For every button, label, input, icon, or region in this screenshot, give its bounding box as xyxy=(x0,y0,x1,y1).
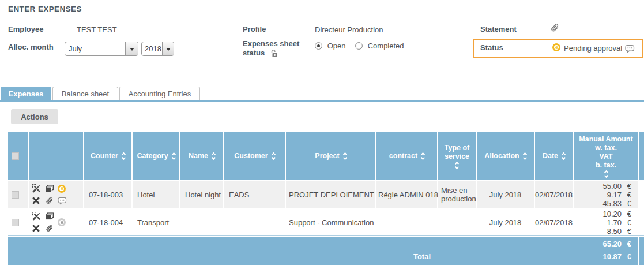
cell-date: 02/07/2018 xyxy=(535,210,573,235)
cell-amounts: 10.20€ 1.70€ 8.50€ xyxy=(574,210,638,235)
sort-icon[interactable] xyxy=(172,153,175,159)
header-project[interactable]: Project xyxy=(286,132,375,180)
status-value: Pending approval xyxy=(564,44,622,53)
comment-bubble-icon[interactable] xyxy=(58,197,67,205)
cell-customer: EADS xyxy=(224,181,285,208)
profile-label: Profile xyxy=(243,25,266,33)
header-actions-cell xyxy=(29,132,83,180)
cell-date: 02/07/2018 xyxy=(535,181,573,208)
month-select[interactable]: July xyxy=(65,42,138,56)
sort-icon[interactable] xyxy=(344,153,347,159)
year-select-arrow[interactable] xyxy=(162,42,174,55)
cell-project: PROJET DEPLOIEMENT xyxy=(286,181,375,208)
sort-icon[interactable] xyxy=(212,153,215,159)
cell-amounts: 55.00€ 9.17€ 45.83€ xyxy=(574,181,638,208)
alloc-month-label: Alloc. month xyxy=(8,43,54,51)
sort-icon[interactable] xyxy=(122,153,125,159)
cell-allocation: July 2018 xyxy=(477,181,534,208)
header-date[interactable]: Date xyxy=(535,132,573,180)
expenses-sheet-status-label: Expenses sheet status xyxy=(243,39,300,58)
select-all-checkbox[interactable] xyxy=(12,152,19,160)
header-select-all-cell xyxy=(8,132,28,180)
row-checkbox[interactable] xyxy=(12,219,19,226)
statement-paperclip-icon[interactable] xyxy=(550,23,560,33)
table-row: 07-18-003 Hotel Hotel night EADS PROJET … xyxy=(8,181,644,208)
tab-accounting-entries[interactable]: Accounting Entries xyxy=(119,87,200,100)
header-spacer xyxy=(639,132,644,180)
duplicate-icon[interactable] xyxy=(45,212,54,221)
cell-project: Support - Communication xyxy=(286,210,375,235)
cell-name xyxy=(180,210,223,235)
sheet-status-radios: Open Completed xyxy=(315,42,404,50)
header-name[interactable]: Name xyxy=(180,132,223,180)
delete-icon[interactable] xyxy=(32,225,40,232)
actions-button[interactable]: Actions xyxy=(11,109,58,124)
attachment-paperclip-icon[interactable] xyxy=(45,196,55,205)
attachment-paperclip-icon[interactable] xyxy=(45,224,55,233)
header-amount[interactable]: Manual Amountw. tax.VATb. tax. xyxy=(574,132,638,180)
total-label: Total xyxy=(405,251,439,263)
sort-icon[interactable] xyxy=(605,171,608,177)
cell-contract xyxy=(376,210,437,235)
cell-category: Hotel xyxy=(133,181,179,208)
row-status-pending-icon[interactable] xyxy=(58,185,66,193)
tools-icon[interactable] xyxy=(32,212,41,221)
tab-expenses[interactable]: Expenses xyxy=(1,87,51,100)
cell-counter: 07-18-004 xyxy=(84,210,131,235)
total-amounts: 65.20€ 10.87€ xyxy=(574,238,638,263)
status-label: Status xyxy=(480,43,503,52)
total-row-spacer xyxy=(639,237,644,265)
cell-type-of-service xyxy=(438,210,476,235)
row-status-inactive-icon[interactable] xyxy=(58,218,66,226)
header-allocation[interactable]: Allocation xyxy=(477,132,534,180)
sort-icon[interactable] xyxy=(272,153,275,159)
cell-customer xyxy=(224,210,285,235)
tabbar-underline xyxy=(0,100,644,102)
table-header-row: Counter Category Name Customer Project c… xyxy=(8,132,644,180)
tools-icon[interactable] xyxy=(32,184,41,193)
tab-balance-sheet[interactable]: Balance sheet xyxy=(52,87,118,100)
cell-name: Hotel night xyxy=(180,181,223,208)
duplicate-icon[interactable] xyxy=(45,185,54,193)
header-divider xyxy=(0,17,644,17)
radio-open[interactable] xyxy=(315,42,322,50)
year-select[interactable]: 2018 xyxy=(141,42,174,56)
table-row: 07-18-004 Transport Support - Communicat… xyxy=(8,210,644,236)
header-type-of-service[interactable]: Type of service xyxy=(438,132,476,180)
page-title: ENTER EXPENSES xyxy=(8,5,82,13)
cell-counter: 07-18-003 xyxy=(84,181,131,208)
cell-allocation: July 2018 xyxy=(477,210,534,235)
total-row: Total 65.20€ 10.87€ xyxy=(8,237,644,265)
month-select-arrow[interactable] xyxy=(125,42,138,55)
lock-open-icon xyxy=(270,49,278,58)
year-select-value: 2018 xyxy=(142,42,162,55)
header-customer[interactable]: Customer xyxy=(224,132,285,180)
cell-type-of-service: Mise en production xyxy=(438,181,476,208)
sort-icon[interactable] xyxy=(455,162,458,169)
radio-completed-label: Completed xyxy=(368,42,404,50)
statement-label: Statement xyxy=(480,25,517,33)
employee-label: Employee xyxy=(8,25,43,33)
radio-open-label: Open xyxy=(327,42,346,50)
row-checkbox[interactable] xyxy=(12,191,19,199)
comment-bubble-icon[interactable] xyxy=(625,44,635,53)
sort-icon[interactable] xyxy=(524,153,526,159)
employee-value: TEST TEST xyxy=(77,25,117,34)
month-select-value: July xyxy=(65,42,125,55)
chevron-down-icon xyxy=(166,48,171,53)
pending-status-icon xyxy=(552,43,560,51)
delete-icon[interactable] xyxy=(32,197,40,204)
header-contract[interactable]: contract xyxy=(376,132,437,180)
sort-icon[interactable] xyxy=(562,153,565,159)
cell-contract: Régie ADMIN 018 xyxy=(376,181,437,208)
cell-category: Transport xyxy=(133,210,179,235)
header-counter[interactable]: Counter xyxy=(84,132,131,180)
sort-icon[interactable] xyxy=(421,153,424,159)
radio-completed[interactable] xyxy=(355,42,363,50)
chevron-down-icon xyxy=(130,48,134,53)
header-category[interactable]: Category xyxy=(133,132,179,180)
expenses-table: Counter Category Name Customer Project c… xyxy=(8,132,644,265)
profile-value: Directeur Production xyxy=(315,25,383,34)
